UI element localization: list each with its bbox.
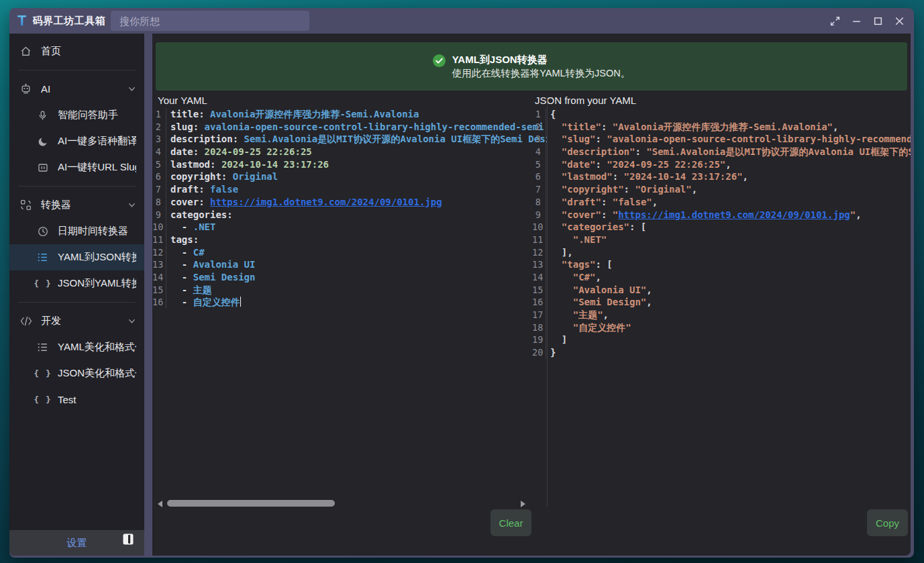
clear-button[interactable]: Clear — [491, 509, 531, 536]
yaml-line-text: - .NET — [170, 221, 215, 234]
line-number: 11 — [532, 234, 546, 246]
json-line-text: "cover": "https://img1.dotnet9.com/2024/… — [550, 209, 862, 221]
sidebar-item-multi-translate[interactable]: AI一键多语种翻译 — [9, 128, 144, 154]
json-line: 8 "draft": "false", — [532, 196, 911, 209]
sidebar-item-label: YAML美化和格式化 — [58, 341, 136, 354]
sidebar-item-label: AI — [41, 83, 50, 95]
yaml-line: 11tags: — [152, 234, 547, 246]
sidebar-item-label: YAML到JSON转换器 — [58, 251, 136, 264]
yaml-line-text: description: Semi.Avalonia是以MIT协议开源的Aval… — [170, 133, 547, 146]
json-line-text: ] — [550, 334, 567, 346]
sidebar-item-test[interactable]: { }Test — [9, 387, 144, 413]
json-line-text: "draft": "false", — [550, 196, 658, 209]
line-number: 9 — [152, 209, 166, 221]
expand-button[interactable] — [827, 13, 843, 29]
line-number: 8 — [532, 196, 546, 209]
settings-link[interactable]: 设置 — [67, 537, 87, 550]
yaml-horizontal-scrollbar — [158, 499, 525, 508]
yaml-editor[interactable]: 1title: Avalonia开源控件库强力推荐-Semi.Avalonia2… — [152, 108, 547, 497]
line-number: 11 — [152, 234, 166, 246]
sidebar-item-url-slug[interactable]: AI一键转URL Slug — [9, 154, 144, 181]
json-line-text: ".NET" — [550, 234, 607, 246]
sidebar-item-json-format[interactable]: { }JSON美化和格式化 — [9, 360, 144, 387]
yaml-line: 14 - Semi Design — [152, 271, 547, 284]
json-line: 16 "Semi Design", — [532, 296, 911, 309]
json-line-text: "slug": "avalonia-open-source-control-li… — [550, 133, 911, 146]
line-number: 20 — [532, 346, 546, 359]
line-number: 12 — [532, 246, 546, 259]
json-line-text: "Semi Design", — [550, 296, 652, 309]
banner-subtitle: 使用此在线转换器将YAML转换为JSON。 — [452, 66, 631, 81]
json-line: 12 ], — [532, 246, 911, 259]
yaml-line: 5lastmod: 2024-10-14 23:17:26 — [152, 158, 547, 171]
line-number: 3 — [152, 133, 166, 146]
yaml-line: 7draft: false — [152, 183, 547, 196]
line-number: 9 — [532, 209, 546, 221]
maximize-icon — [873, 16, 883, 26]
maximize-button[interactable] — [870, 13, 886, 29]
yaml-line-text: date: 2024-09-25 22:26:25 — [170, 146, 312, 158]
yaml-line: 2slug: avalonia-open-source-control-libr… — [152, 121, 547, 134]
json-pane-header: JSON from your YAML — [535, 95, 636, 106]
line-number: 13 — [532, 258, 546, 271]
line-number: 15 — [532, 284, 546, 297]
chevron-down-icon — [127, 317, 136, 325]
json-line-text: "C#", — [550, 271, 601, 284]
yaml-line-text: title: Avalonia开源控件库强力推荐-Semi.Avalonia — [170, 108, 419, 121]
yaml-line: 3description: Semi.Avalonia是以MIT协议开源的Ava… — [152, 133, 547, 146]
sidebar-divider — [18, 302, 136, 303]
list-icon — [36, 251, 49, 264]
yaml-line: 13 - Avalonia UI — [152, 258, 547, 271]
app-logo-icon: T — [17, 13, 26, 28]
line-number: 14 — [152, 271, 166, 284]
expand-icon — [830, 16, 840, 26]
sidebar-item-yaml-format[interactable]: YAML美化和格式化 — [9, 334, 144, 360]
minimize-button[interactable] — [848, 13, 864, 29]
scroll-right-icon[interactable] — [521, 501, 525, 507]
sidebar-item-yaml-to-json[interactable]: YAML到JSON转换器 — [9, 244, 144, 270]
scroll-left-icon[interactable] — [158, 501, 162, 507]
sidebar-item-datetime-converter[interactable]: 日期时间转换器 — [9, 218, 144, 244]
yaml-line-text: - Avalonia UI — [170, 258, 255, 271]
sidebar-divider — [18, 70, 136, 70]
moon-icon — [36, 135, 49, 148]
yaml-line: 4date: 2024-09-25 22:26:25 — [152, 146, 547, 158]
sidebar-item-ai[interactable]: AI — [9, 76, 144, 102]
yaml-line-text: - C# — [170, 246, 205, 259]
line-number: 1 — [532, 108, 546, 121]
panel-collapse-icon[interactable] — [123, 533, 134, 548]
close-button[interactable] — [891, 13, 907, 29]
json-line-text: "copyright": "Original", — [550, 183, 697, 196]
copy-button[interactable]: Copy — [867, 509, 908, 536]
yaml-line: 10 - .NET — [152, 221, 547, 234]
check-circle-icon — [433, 54, 446, 70]
yaml-line-text: tags: — [170, 234, 199, 246]
sidebar: 首页AI智能问答助手AI一键多语种翻译AI一键转URL Slug转换器日期时间转… — [9, 34, 144, 556]
sidebar-item-dev[interactable]: 开发 — [9, 308, 144, 334]
line-number: 2 — [532, 121, 546, 134]
line-number: 13 — [152, 258, 166, 271]
scrollbar-thumb[interactable] — [167, 500, 335, 507]
microphone-icon — [36, 109, 49, 121]
line-number: 5 — [152, 158, 166, 171]
json-line-text: "tags": [ — [550, 258, 613, 271]
braces-icon: { } — [36, 277, 49, 290]
clock-icon — [36, 225, 49, 238]
braces-icon: { } — [36, 367, 49, 380]
body-row: 首页AI智能问答助手AI一键多语种翻译AI一键转URL Slug转换器日期时间转… — [9, 34, 914, 556]
sidebar-item-home[interactable]: 首页 — [9, 38, 144, 64]
line-number: 7 — [152, 183, 166, 196]
json-line: 13 "tags": [ — [532, 258, 911, 271]
sidebar-item-label: 首页 — [41, 45, 61, 58]
search-input[interactable] — [111, 11, 309, 31]
sidebar-item-qa-assistant[interactable]: 智能问答助手 — [9, 102, 144, 128]
json-line-text: "主题", — [550, 309, 609, 321]
sidebar-item-json-to-yaml[interactable]: { }JSON到YAML转换器 — [9, 270, 144, 297]
yaml-pane-header: Your YAML — [158, 95, 207, 106]
json-line-text: { — [550, 108, 556, 121]
yaml-line: 12 - C# — [152, 246, 547, 259]
sidebar-item-converter[interactable]: 转换器 — [9, 192, 144, 218]
json-line-text: "categories": [ — [550, 221, 646, 234]
json-line-text: "title": "Avalonia开源控件库强力推荐-Semi.Avaloni… — [550, 121, 838, 134]
sidebar-divider — [18, 186, 136, 187]
